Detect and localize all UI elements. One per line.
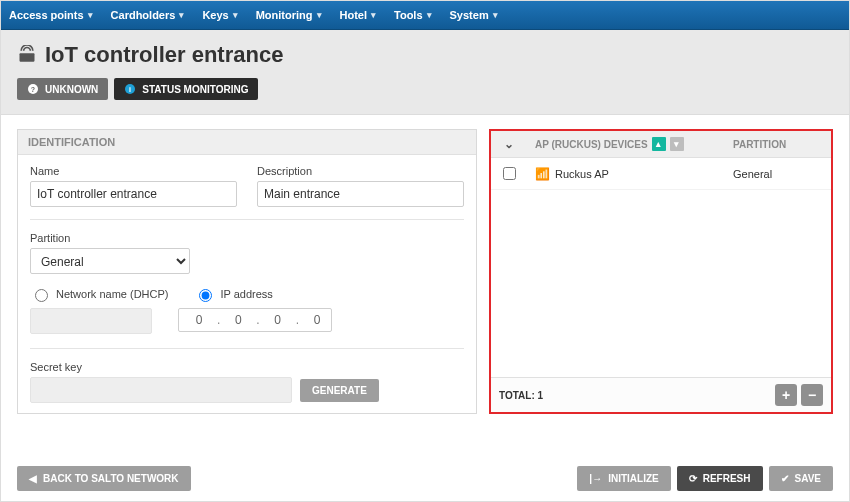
- page-header: IoT controller entrance ? UNKNOWN i STAT…: [1, 30, 849, 115]
- sort-asc-icon[interactable]: ▴: [652, 137, 666, 151]
- col-partition[interactable]: PARTITION: [725, 133, 831, 156]
- table-row[interactable]: 📶 Ruckus AP General: [491, 158, 831, 190]
- info-icon: i: [124, 83, 136, 95]
- refresh-button[interactable]: ⟳ REFRESH: [677, 466, 763, 491]
- identification-panel: IDENTIFICATION Name Description Partitio…: [17, 129, 477, 414]
- initialize-button[interactable]: |→ INITIALIZE: [577, 466, 670, 491]
- chevron-down-icon: ▾: [371, 10, 376, 20]
- status-unknown-badge[interactable]: ? UNKNOWN: [17, 78, 108, 100]
- minus-icon: −: [808, 387, 816, 403]
- name-input[interactable]: [30, 181, 237, 207]
- partition-label: Partition: [30, 232, 190, 244]
- generate-button[interactable]: GENERATE: [300, 379, 379, 402]
- devices-panel: ⌄ AP (RUCKUS) DEVICES ▴ ▾ PARTITION 📶 Ru…: [489, 129, 833, 414]
- ip-address-input[interactable]: . . .: [178, 308, 332, 332]
- chevron-down-icon: ▾: [317, 10, 322, 20]
- save-button[interactable]: ✔ SAVE: [769, 466, 834, 491]
- ap-device-icon: 📶: [535, 167, 549, 181]
- chevron-down-icon: ▾: [179, 10, 184, 20]
- svg-rect-0: [20, 53, 35, 61]
- add-button[interactable]: +: [775, 384, 797, 406]
- menu-hotel[interactable]: Hotel▾: [340, 9, 377, 21]
- chevron-down-icon: ▾: [493, 10, 498, 20]
- svg-text:i: i: [129, 86, 131, 93]
- ip-octet-2[interactable]: [224, 312, 252, 328]
- menu-system[interactable]: System▾: [450, 9, 498, 21]
- check-icon: ✔: [781, 473, 789, 484]
- page-title: IoT controller entrance: [45, 42, 283, 68]
- total-label: TOTAL: 1: [499, 390, 543, 401]
- status-monitoring-badge[interactable]: i STATUS MONITORING: [114, 78, 258, 100]
- col-devices[interactable]: AP (RUCKUS) DEVICES ▴ ▾: [527, 131, 725, 157]
- chevron-down-icon: ▾: [88, 10, 93, 20]
- name-label: Name: [30, 165, 237, 177]
- svg-text:?: ?: [31, 86, 35, 93]
- export-icon: |→: [589, 473, 602, 484]
- dhcp-radio[interactable]: [35, 289, 48, 302]
- ip-radio[interactable]: [199, 289, 212, 302]
- filter-icon[interactable]: ▾: [670, 137, 684, 151]
- device-name: Ruckus AP: [555, 168, 609, 180]
- ip-octet-3[interactable]: [264, 312, 292, 328]
- chevron-down-icon[interactable]: ⌄: [504, 137, 514, 151]
- question-icon: ?: [27, 83, 39, 95]
- partition-select[interactable]: General: [30, 248, 190, 274]
- remove-button[interactable]: −: [801, 384, 823, 406]
- description-label: Description: [257, 165, 464, 177]
- device-partition: General: [725, 168, 831, 180]
- dhcp-radio-option[interactable]: Network name (DHCP): [30, 286, 168, 302]
- secret-key-input-disabled: [30, 377, 292, 403]
- refresh-icon: ⟳: [689, 473, 697, 484]
- ip-radio-option[interactable]: IP address: [194, 286, 272, 302]
- chevron-down-icon: ▾: [233, 10, 238, 20]
- menu-cardholders[interactable]: Cardholders▾: [111, 9, 185, 21]
- description-input[interactable]: [257, 181, 464, 207]
- main-menubar: Access points▾ Cardholders▾ Keys▾ Monito…: [1, 1, 849, 30]
- row-checkbox[interactable]: [503, 167, 516, 180]
- chevron-down-icon: ▾: [427, 10, 432, 20]
- back-button[interactable]: ◀ BACK TO SALTO NETWORK: [17, 466, 191, 491]
- menu-access-points[interactable]: Access points▾: [9, 9, 93, 21]
- ip-octet-1[interactable]: [185, 312, 213, 328]
- secret-key-label: Secret key: [30, 361, 464, 373]
- menu-tools[interactable]: Tools▾: [394, 9, 432, 21]
- ip-octet-4[interactable]: [303, 312, 331, 328]
- arrow-left-icon: ◀: [29, 473, 37, 484]
- controller-icon: [17, 45, 37, 65]
- identification-heading: IDENTIFICATION: [18, 130, 476, 155]
- menu-keys[interactable]: Keys▾: [202, 9, 237, 21]
- dhcp-name-input-disabled: [30, 308, 152, 334]
- plus-icon: +: [782, 387, 790, 403]
- menu-monitoring[interactable]: Monitoring▾: [256, 9, 322, 21]
